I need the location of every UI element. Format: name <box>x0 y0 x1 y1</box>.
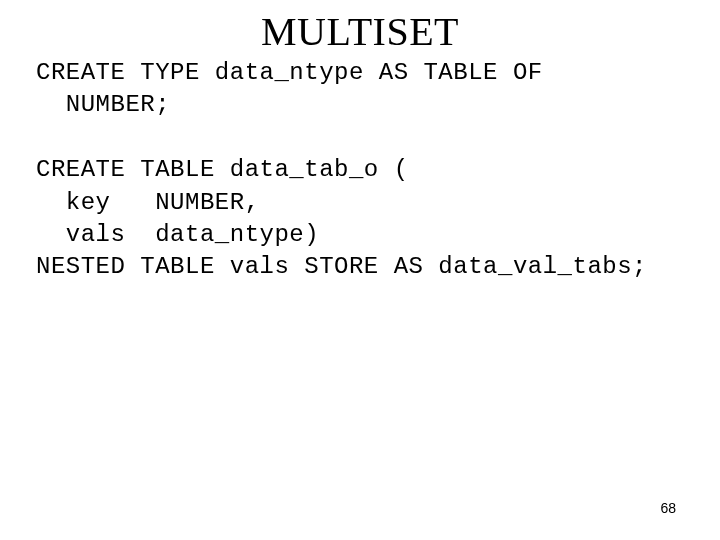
slide: MULTISET CREATE TYPE data_ntype AS TABLE… <box>0 0 720 540</box>
code-block: CREATE TYPE data_ntype AS TABLE OF NUMBE… <box>36 57 684 284</box>
page-title: MULTISET <box>36 8 684 55</box>
page-number: 68 <box>660 500 676 516</box>
